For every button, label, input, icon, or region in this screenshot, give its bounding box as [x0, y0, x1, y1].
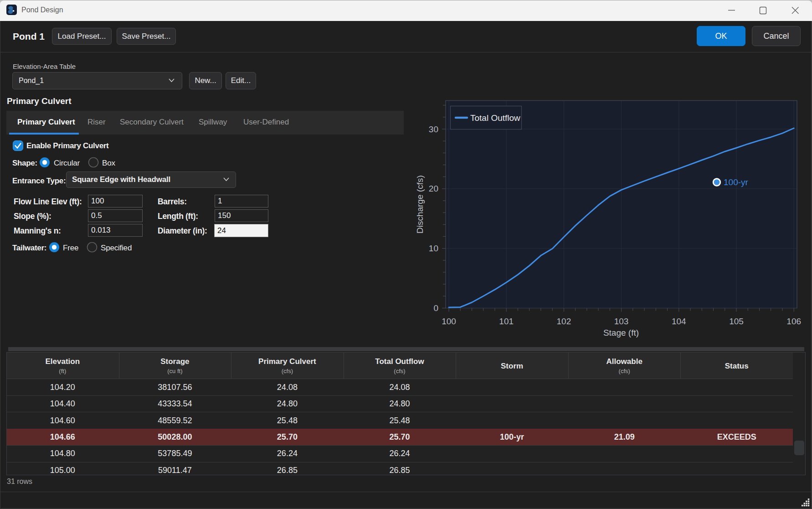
- svg-text:20: 20: [429, 184, 438, 193]
- svg-text:104: 104: [672, 317, 686, 326]
- svg-text:10: 10: [429, 244, 438, 253]
- svg-text:106: 106: [786, 317, 801, 326]
- svg-text:Stage (ft): Stage (ft): [603, 328, 639, 338]
- svg-text:0: 0: [433, 303, 438, 313]
- svg-text:101: 101: [499, 317, 514, 326]
- svg-text:105: 105: [729, 317, 744, 326]
- svg-text:100-yr: 100-yr: [724, 177, 749, 187]
- svg-text:103: 103: [614, 317, 629, 326]
- svg-text:102: 102: [557, 317, 571, 326]
- svg-text:Total Outflow: Total Outflow: [470, 113, 520, 123]
- svg-text:30: 30: [429, 125, 438, 134]
- svg-text:Discharge (cfs): Discharge (cfs): [415, 175, 425, 234]
- svg-text:100: 100: [442, 317, 456, 326]
